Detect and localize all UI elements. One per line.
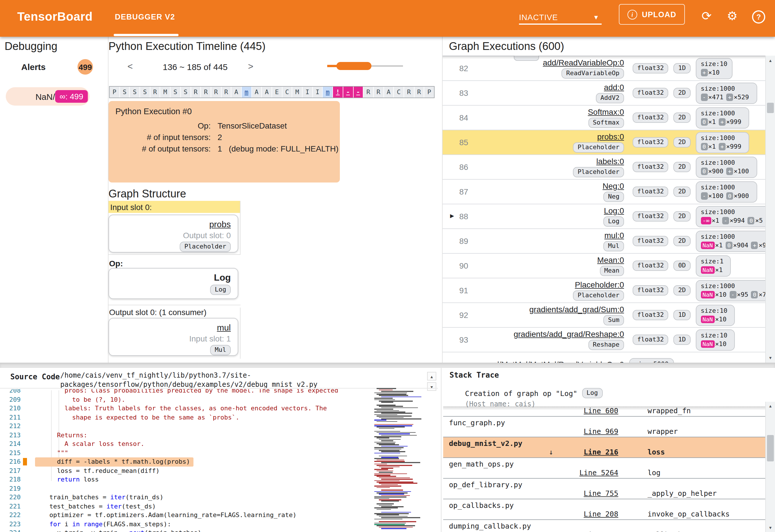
tensor-name-link[interactable]: probs:0 [597, 132, 624, 141]
stack-frame[interactable]: func_graph.pyLine 969wrapper [443, 417, 765, 437]
timeline-cell[interactable]: R [201, 87, 210, 98]
timeline-cell[interactable]: C [394, 87, 404, 98]
tensor-name-link[interactable]: gradients/add_grad/Sum:0 [529, 305, 624, 314]
upload-button[interactable]: i UPLOAD [619, 4, 685, 25]
gear-icon[interactable]: ⚙ [727, 9, 738, 23]
expand-arrow-icon[interactable]: ▶ [450, 213, 454, 219]
graph-execution-row[interactable]: 92gradients/add_grad/Sum:0Sumfloat321Dsi… [442, 303, 765, 328]
timeline-cell[interactable]: S [140, 87, 149, 98]
stack-trace-scrollbar[interactable]: ▲ ▼ [765, 402, 775, 532]
graph-execution-row[interactable]: 91Placeholder:0Placeholderfloat322Dsize:… [442, 278, 765, 303]
graph-execution-row[interactable]: ▶88Log:0Logfloat322Dsize:1000-∞×1-×9940×… [442, 204, 765, 229]
graph-execution-row[interactable]: d/MatMul/MatMul/ReadVariableOp:0size:500… [442, 352, 765, 363]
graph-execution-row[interactable]: 89mul:0Mulfloat322Dsize:1000NaN×10×904+×… [442, 229, 765, 254]
tab-debugger-v2[interactable]: DEBUGGER V2 [115, 13, 175, 21]
scroll-up-icon[interactable]: ▲ [766, 59, 775, 63]
graph-executions-scrollbar[interactable]: ▲ ▼ [765, 56, 775, 363]
dtype-chip: float32 [633, 137, 669, 147]
tensor-name-link[interactable]: gradients/add_grad/Reshape:0 [514, 329, 624, 339]
line-number: 211 [0, 413, 21, 422]
timeline-cell[interactable]: P [110, 87, 119, 98]
file-scroll-down-icon[interactable]: ▼ [427, 382, 436, 391]
run-status-dropdown[interactable]: INACTIVE ▼ [519, 10, 602, 25]
timeline-cell[interactable]: S [170, 87, 180, 98]
timeline-cell[interactable]: R [150, 87, 160, 98]
timeline-cell[interactable]: A [232, 87, 241, 98]
timeline-cell[interactable]: m [242, 87, 251, 98]
stack-frame-file: op_def_library.py [443, 480, 765, 489]
stack-frame-line-link[interactable]: Line 208 [558, 510, 618, 518]
scrollbar-thumb[interactable] [767, 103, 774, 113]
graph-execution-row[interactable]: 82add/ReadVariableOp:0ReadVariableOpfloa… [442, 56, 765, 81]
timeline-cell[interactable]: M [160, 87, 170, 98]
tensor-name-link[interactable]: labels:0 [596, 157, 624, 166]
scroll-down-icon[interactable]: ▼ [766, 526, 775, 530]
timeline-cell[interactable]: R [414, 87, 424, 98]
stack-frame[interactable]: gen_math_ops.pyLine 5264log [443, 458, 765, 479]
timeline-cell[interactable]: C [282, 87, 292, 98]
help-icon[interactable]: ? [752, 10, 765, 24]
timeline-cell[interactable]: - [353, 87, 363, 98]
timeline-cell[interactable]: A [384, 87, 393, 98]
timeline-cell[interactable]: E [272, 87, 281, 98]
timeline-cell[interactable]: m [323, 87, 332, 98]
timeline-cell[interactable]: A [252, 87, 261, 98]
graph-execution-row[interactable]: 85probs:0Placeholderfloat322Dsize:10000×… [442, 130, 765, 155]
scroll-down-icon[interactable]: ▼ [766, 356, 775, 360]
tensor-name-link[interactable]: Mean:0 [597, 255, 624, 265]
health-pills: NaN×10 [701, 315, 729, 323]
graph-execution-row[interactable]: 90Mean:0Meanfloat320Dsize:1NaN×1 [442, 254, 765, 278]
scrollbar-thumb[interactable] [767, 435, 774, 461]
graph-execution-row[interactable]: 86labels:0Placeholderfloat322Dsize:10000… [442, 155, 765, 180]
stack-frame-line-link[interactable]: Line 755 [558, 489, 618, 498]
output-node-link[interactable]: mul [217, 323, 231, 332]
timeline-cell[interactable]: S [181, 87, 190, 98]
timeline-cell[interactable]: M [292, 87, 302, 98]
stack-frame-line-link[interactable]: Line 577 [558, 530, 618, 532]
graph-execution-row[interactable]: 83add:0AddV2float322Dsize:1000-×471+×529 [442, 81, 765, 106]
timeline-cell[interactable]: I [302, 87, 312, 98]
dtype-chip: float32 [633, 88, 669, 98]
stack-frame-line-link[interactable]: Line 216 [558, 448, 618, 456]
graph-execution-row[interactable]: 93gradients/add_grad/Reshape:0Reshapeflo… [442, 328, 765, 352]
graph-execution-row[interactable]: 84Softmax:0Softmaxfloat322Dsize:10000×1+… [442, 106, 765, 130]
input-node-link[interactable]: probs [209, 219, 231, 229]
timeline-cell[interactable]: R [221, 87, 231, 98]
timeline-prev-button[interactable]: < [127, 61, 133, 72]
code-minimap[interactable] [374, 387, 425, 532]
timeline-cell[interactable]: - [343, 87, 353, 98]
tensor-name-link[interactable]: Neg:0 [603, 181, 624, 191]
refresh-icon[interactable]: ⟳ [702, 9, 712, 23]
timeline-cell[interactable]: A [262, 87, 271, 98]
timeline-cell[interactable]: R [404, 87, 414, 98]
tensor-name-link[interactable]: mul:0 [605, 231, 624, 240]
timeline-cell[interactable]: R [363, 87, 373, 98]
timeline-cell[interactable]: R [191, 87, 200, 98]
timeline-slider-handle[interactable] [336, 62, 371, 70]
stack-frame[interactable]: op_callbacks.pyLine 208invoke_op_callbac… [443, 499, 765, 520]
timeline-cell[interactable]: S [120, 87, 129, 98]
tensor-name-link[interactable]: add/ReadVariableOp:0 [543, 58, 624, 67]
tensor-name-link[interactable]: Log:0 [604, 206, 624, 215]
scroll-up-icon[interactable]: ▲ [766, 404, 775, 408]
timeline-next-button[interactable]: > [248, 61, 253, 72]
tensor-name-link[interactable]: add:0 [604, 83, 624, 92]
stack-frame-location: ↓Line 216loss [443, 448, 765, 456]
timeline-cell[interactable]: S [130, 87, 139, 98]
tensor-name-link[interactable]: Placeholder:0 [575, 280, 624, 289]
timeline-cell[interactable]: I [313, 87, 322, 98]
stack-frame-line-link[interactable]: Line 5264 [558, 468, 618, 477]
tensor-name-link[interactable]: Softmax:0 [588, 107, 624, 117]
timeline-cell[interactable]: ! [333, 87, 342, 98]
tensor-size-box: size:10000×1+×999 [696, 107, 749, 128]
timeline-cell[interactable]: R [374, 87, 383, 98]
stack-frame[interactable]: dumping_callback.pyLine 577callback [443, 520, 765, 532]
timeline-cell[interactable]: P [425, 87, 434, 98]
graph-execution-row[interactable]: 87Neg:0Negfloat322Dsize:1000-×1000×900 [442, 180, 765, 204]
stack-frame[interactable]: op_def_library.pyLine 755_apply_op_helpe… [443, 479, 765, 499]
stack-frame[interactable]: debug_mnist_v2.py↓Line 216loss [443, 437, 765, 458]
timeline-cell[interactable]: R [211, 87, 221, 98]
stack-frame-line-link[interactable]: Line 969 [558, 427, 618, 436]
file-scroll-up-icon[interactable]: ▲ [427, 372, 436, 380]
alert-item-nan-inf[interactable]: NaN/ ∞: 499 [6, 87, 90, 106]
